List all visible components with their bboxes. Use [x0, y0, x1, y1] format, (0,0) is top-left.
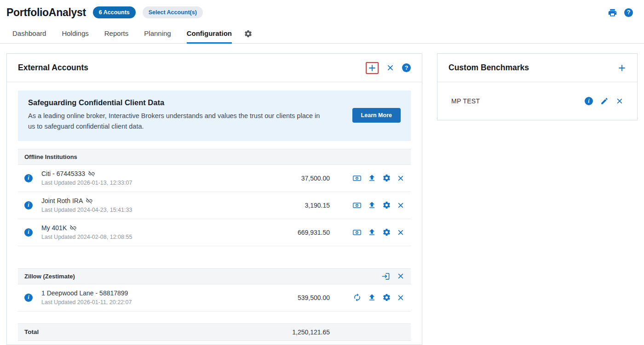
unlink-icon: [88, 170, 95, 177]
tab-configuration[interactable]: Configuration: [187, 24, 232, 44]
app-title: PortfolioAnalyst: [6, 6, 86, 19]
account-name: 1 Deepwood Lane - 58817899: [41, 289, 128, 297]
zillow-section: Zillow (Zestimate) i 1 Deepwood Lane - 5…: [18, 268, 411, 311]
panel-actions: ?: [366, 62, 411, 74]
account-name: Citi - 67445333: [41, 170, 85, 177]
offline-institutions-section: Offline Institutions i Citi - 67445333 L…: [18, 149, 411, 246]
help-icon[interactable]: ?: [402, 63, 411, 72]
row-actions: [332, 174, 404, 183]
account-row: i Citi - 67445333 Last Updated 2026-01-1…: [18, 165, 411, 192]
settings-gear-icon[interactable]: [244, 24, 253, 43]
benchmark-name: MP TEST: [451, 97, 480, 105]
delete-icon[interactable]: [397, 202, 404, 209]
section-header: Zillow (Zestimate): [18, 268, 411, 284]
total-row: Total 1,250,121.65: [18, 323, 411, 341]
main-nav: Dashboard Holdings Reports Planning Conf…: [0, 24, 644, 44]
account-names: My 401K Last Updated 2024-02-08, 12:08:5…: [41, 224, 261, 240]
upload-icon[interactable]: [368, 293, 376, 302]
delete-icon[interactable]: [397, 272, 404, 280]
external-accounts-header: External Accounts ?: [7, 54, 422, 82]
top-bar: PortfolioAnalyst 6 Accounts Select Accou…: [0, 0, 644, 24]
panel-title: External Accounts: [18, 63, 88, 73]
total-value: 1,250,121.65: [261, 328, 330, 336]
custom-benchmarks-panel: Custom Benchmarks MP TEST i: [437, 53, 638, 120]
external-accounts-panel: External Accounts ? Safeguarding Confide…: [6, 53, 422, 345]
unlink-icon: [69, 224, 77, 232]
section-title: Offline Institutions: [24, 153, 77, 160]
gear-icon[interactable]: [382, 174, 391, 182]
account-names: 1 Deepwood Lane - 58817899 Last Updated …: [41, 289, 261, 305]
upload-icon[interactable]: [368, 201, 376, 209]
edit-icon[interactable]: [600, 97, 609, 105]
benchmark-row: MP TEST i: [437, 82, 637, 120]
main-content: External Accounts ? Safeguarding Confide…: [0, 44, 644, 345]
unlink-icon: [86, 197, 93, 204]
gear-icon[interactable]: [382, 228, 391, 237]
account-name: My 401K: [41, 224, 67, 232]
custom-benchmarks-header: Custom Benchmarks: [437, 54, 637, 82]
panel-title: Custom Benchmarks: [448, 63, 529, 73]
last-updated: Last Updated 2026-01-11, 20:22:07: [41, 299, 261, 305]
learn-more-button[interactable]: Learn More: [352, 108, 401, 123]
section-gap: [7, 246, 422, 268]
tab-holdings[interactable]: Holdings: [62, 24, 88, 44]
row-actions: [332, 228, 404, 237]
accounts-count-badge[interactable]: 6 Accounts: [93, 6, 136, 19]
gear-icon[interactable]: [382, 293, 391, 302]
row-actions: [332, 293, 404, 302]
delete-icon[interactable]: [397, 229, 404, 236]
section-header: Offline Institutions: [18, 149, 411, 165]
benchmark-actions: i: [585, 97, 623, 105]
add-external-account-button[interactable]: [366, 62, 379, 74]
upload-icon[interactable]: [368, 228, 376, 237]
tab-planning[interactable]: Planning: [144, 24, 171, 44]
last-updated: Last Updated 2026-01-13, 12:33:07: [41, 180, 261, 186]
account-row: i Joint Roth IRA Last Updated 2024-04-23…: [18, 192, 411, 219]
delete-icon[interactable]: [397, 294, 404, 301]
delete-icon[interactable]: [397, 175, 404, 182]
account-value: 3,190.15: [261, 202, 330, 209]
gear-icon[interactable]: [382, 201, 391, 209]
add-benchmark-button[interactable]: [618, 64, 626, 72]
print-icon[interactable]: [608, 8, 617, 17]
account-value: 539,500.00: [261, 294, 330, 301]
account-row: i 1 Deepwood Lane - 58817899 Last Update…: [18, 284, 411, 311]
banner-title: Safeguarding Confidential Client Data: [28, 98, 340, 107]
tab-reports[interactable]: Reports: [104, 24, 129, 44]
help-icon[interactable]: ?: [624, 8, 633, 17]
confidential-data-banner: Safeguarding Confidential Client Data As…: [18, 90, 411, 141]
info-icon[interactable]: i: [24, 201, 33, 209]
row-actions: [332, 201, 404, 210]
select-accounts-button[interactable]: Select Account(s): [143, 6, 203, 19]
account-names: Joint Roth IRA Last Updated 2024-04-23, …: [41, 197, 261, 213]
account-names: Citi - 67445333 Last Updated 2026-01-13,…: [41, 170, 261, 186]
tab-dashboard[interactable]: Dashboard: [12, 24, 46, 44]
banner-body: As a leading online broker, Interactive …: [28, 111, 327, 132]
info-icon[interactable]: i: [585, 97, 593, 105]
total-label: Total: [24, 328, 261, 335]
section-actions: [381, 272, 404, 281]
cash-icon[interactable]: [352, 228, 362, 237]
info-icon[interactable]: i: [24, 294, 33, 302]
account-name: Joint Roth IRA: [41, 197, 83, 204]
refresh-icon[interactable]: [353, 293, 362, 302]
info-icon[interactable]: i: [24, 174, 33, 182]
account-value: 37,500.00: [261, 175, 330, 182]
close-icon[interactable]: [386, 64, 394, 72]
cash-icon[interactable]: [352, 174, 362, 183]
delete-icon[interactable]: [616, 97, 623, 105]
topbar-actions: ?: [608, 8, 633, 17]
login-icon[interactable]: [381, 272, 390, 281]
section-title: Zillow (Zestimate): [24, 273, 75, 280]
last-updated: Last Updated 2024-04-23, 15:41:33: [41, 207, 261, 213]
upload-icon[interactable]: [368, 174, 376, 182]
info-icon[interactable]: i: [24, 228, 33, 237]
account-value: 669,931.50: [261, 229, 330, 236]
account-row: i My 401K Last Updated 2024-02-08, 12:08…: [18, 219, 411, 246]
banner-text: Safeguarding Confidential Client Data As…: [28, 98, 340, 132]
cash-icon[interactable]: [352, 201, 362, 210]
last-updated: Last Updated 2024-02-08, 12:08:55: [41, 234, 261, 240]
panel-actions: [618, 64, 626, 72]
